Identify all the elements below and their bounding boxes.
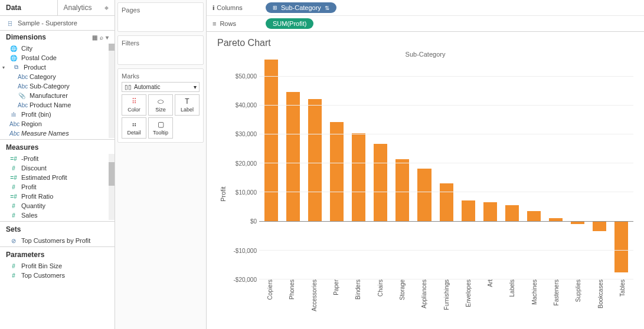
plot-grid[interactable]: [259, 61, 633, 279]
x-tick: Appliances: [421, 279, 427, 311]
y-tick: $0: [250, 218, 257, 225]
dimensions-list: 🌐City🌐Postal Code▾⧉ProductAbcCategoryAbc…: [0, 44, 109, 138]
bar[interactable]: [371, 61, 390, 279]
y-tick: $30,000: [236, 131, 257, 137]
measure-field[interactable]: =#Profit Ratio: [0, 192, 109, 201]
rows-shelf[interactable]: ≡Rows SUM(Profit): [207, 15, 644, 31]
dimension-field[interactable]: ▾⧉Product: [0, 62, 109, 72]
x-tick: Paper: [333, 279, 339, 298]
chart-title[interactable]: Pareto Chart: [217, 38, 633, 48]
measure-field[interactable]: =#Estimated Profit: [0, 173, 109, 182]
sets-list: ⊘Top Customers by Profit: [0, 236, 115, 245]
measures-list: =#-Profit#Discount=#Estimated Profit#Pro…: [0, 154, 109, 220]
y-axis[interactable]: $50,000$40,000$30,000$20,000$10,000$0-$1…: [227, 61, 259, 279]
number-icon: =#: [9, 156, 18, 162]
bar[interactable]: [349, 61, 368, 279]
set-icon: ⊘: [9, 238, 18, 244]
parameters-list: #Profit Bin Size#Top Customers: [0, 261, 115, 280]
dimension-field[interactable]: AbcMeasure Names: [0, 129, 109, 138]
set-field[interactable]: ⊘Top Customers by Profit: [0, 236, 115, 245]
rows-pill[interactable]: SUM(Profit): [266, 18, 313, 29]
size-button[interactable]: ⬭Size: [148, 94, 173, 116]
bar[interactable]: [590, 61, 609, 279]
bar[interactable]: [502, 61, 522, 279]
bar[interactable]: [283, 61, 303, 279]
columns-shelf[interactable]: iiiColumns ⊞ Sub-Category ⇅: [207, 0, 644, 15]
y-axis-label[interactable]: Profit: [217, 61, 227, 327]
field-label: Estimated Profit: [21, 174, 67, 181]
field-label: Profit: [21, 183, 37, 190]
label-button[interactable]: TLabel: [175, 94, 200, 116]
bar[interactable]: [393, 61, 412, 279]
x-tick: Accessories: [311, 279, 318, 314]
tooltip-button[interactable]: ▢Tooltip: [148, 117, 173, 139]
x-tick: Bookcases: [597, 279, 604, 311]
size-icon: ⬭: [150, 97, 171, 106]
bar[interactable]: [305, 61, 325, 279]
detail-icon: ⠶: [123, 120, 145, 129]
x-tick: Copiers: [267, 279, 273, 302]
measure-field[interactable]: =#-Profit: [0, 154, 109, 163]
menu-icon[interactable]: ▾: [106, 34, 109, 41]
field-label: Postal Code: [21, 54, 57, 61]
columns-pill[interactable]: ⊞ Sub-Category ⇅: [266, 2, 336, 13]
measure-field[interactable]: #Profit: [0, 182, 109, 192]
tooltip-icon: ▢: [150, 120, 171, 129]
bar[interactable]: [414, 61, 434, 279]
datasource-row[interactable]: ⌸ Sample - Superstore: [0, 16, 115, 31]
x-tick: Supplies: [575, 279, 581, 304]
bar[interactable]: [612, 61, 631, 279]
folder-icon: ⧉: [12, 64, 20, 71]
bar[interactable]: [568, 61, 587, 279]
dimension-field[interactable]: 📎Manufacturer: [0, 91, 109, 100]
field-label: Sales: [21, 212, 38, 219]
detail-button[interactable]: ⠶Detail: [122, 117, 146, 139]
bar[interactable]: [524, 61, 544, 279]
dimensions-header: Dimensions ▦ ⌕ ▾: [0, 31, 115, 44]
view-icon[interactable]: ▦: [92, 34, 97, 41]
chart-subtitle: Sub-Category: [217, 51, 633, 58]
y-tick: $50,000: [236, 73, 257, 79]
dimensions-scrollbar[interactable]: [109, 44, 115, 138]
number-icon: #: [9, 203, 18, 209]
x-tick: Phones: [289, 279, 295, 302]
measure-field[interactable]: #Quantity: [0, 201, 109, 210]
bar[interactable]: [459, 61, 478, 279]
search-icon[interactable]: ⌕: [100, 34, 103, 41]
measures-scrollbar[interactable]: [109, 154, 115, 220]
tab-data[interactable]: Data: [0, 0, 57, 15]
dimension-field[interactable]: AbcCategory: [0, 72, 109, 81]
x-axis[interactable]: CopiersPhonesAccessoriesPaperBindersChai…: [227, 279, 633, 327]
y-tick: $40,000: [236, 102, 257, 108]
globe-icon: 🌐: [9, 55, 18, 61]
chevron-down-icon: ▾: [194, 84, 197, 90]
dimension-field[interactable]: AbcProduct Name: [0, 100, 109, 110]
dimension-field[interactable]: AbcSub-Category: [0, 81, 109, 91]
marks-type-dropdown[interactable]: ▯▯ Automatic ▾: [122, 82, 200, 92]
tab-analytics[interactable]: Analytics◆: [57, 0, 115, 15]
bar[interactable]: [437, 61, 456, 279]
chart-area: Pareto Chart Sub-Category Profit $50,000…: [207, 32, 644, 329]
dimension-field[interactable]: AbcRegion: [0, 119, 109, 129]
bar[interactable]: [480, 61, 500, 279]
field-label: Discount: [21, 164, 47, 172]
dimension-field[interactable]: 🌐City: [0, 44, 109, 53]
dimension-field[interactable]: ılıProfit (bin): [0, 110, 109, 119]
expand-icon[interactable]: ▾: [2, 65, 8, 70]
filters-card[interactable]: Filters: [117, 35, 204, 65]
bar[interactable]: [546, 61, 565, 279]
parameters-header: Parameters: [0, 248, 115, 261]
parameter-field[interactable]: #Top Customers: [0, 271, 115, 280]
dimension-field[interactable]: 🌐Postal Code: [0, 53, 109, 62]
measure-field[interactable]: #Sales: [0, 210, 109, 220]
bar[interactable]: [261, 61, 281, 279]
color-button[interactable]: ⠿Color: [122, 94, 146, 116]
bar[interactable]: [327, 61, 346, 279]
field-label: Sub-Category: [30, 83, 70, 90]
pages-card[interactable]: Pages: [117, 2, 204, 32]
number-icon: #: [9, 165, 18, 172]
measure-field[interactable]: #Discount: [0, 163, 109, 173]
x-tick: Tables: [619, 279, 626, 299]
field-label: City: [21, 45, 32, 52]
parameter-field[interactable]: #Profit Bin Size: [0, 261, 115, 271]
